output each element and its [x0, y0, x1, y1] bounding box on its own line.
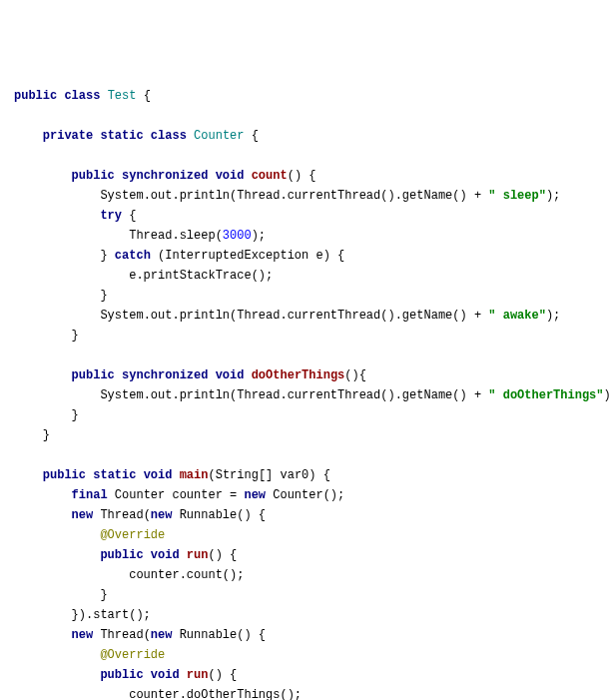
kw-void: void	[151, 668, 180, 682]
parens-brace: () {	[208, 548, 237, 562]
kw-class: class	[64, 89, 100, 103]
kw-synchronized: synchronized	[122, 368, 208, 382]
brace-open: {	[245, 129, 259, 143]
println-call: System.out.println(Thread.currentThread(…	[100, 309, 488, 323]
type-counter: Counter	[194, 129, 244, 143]
main-args: (String[] var0) {	[208, 468, 329, 482]
kw-new: new	[72, 508, 94, 522]
kw-void: void	[144, 468, 173, 482]
println-call: System.out.println(Thread.currentThread(…	[100, 189, 488, 203]
close-anon-start: }).start();	[72, 608, 151, 622]
counter-decl: Counter counter =	[108, 488, 245, 502]
kw-public: public	[100, 668, 143, 682]
parens-brace: () {	[288, 169, 316, 183]
kw-final: final	[72, 488, 108, 502]
kw-synchronized: synchronized	[122, 169, 208, 183]
kw-catch: catch	[115, 249, 151, 263]
kw-public: public	[14, 89, 57, 103]
brace-close: }	[72, 329, 79, 343]
kw-static: static	[100, 129, 143, 143]
counter-count-call: counter.count();	[129, 568, 244, 582]
thread-ctor: Thread(	[93, 508, 151, 522]
brace-close: }	[100, 588, 107, 602]
brace-close: }	[100, 249, 107, 263]
kw-new: new	[151, 628, 173, 642]
method-run: run	[187, 668, 209, 682]
str-awake: " awake"	[488, 309, 546, 323]
thread-sleep-call: Thread.sleep(	[129, 229, 223, 243]
type-test: Test	[108, 89, 137, 103]
close-paren: );	[252, 229, 266, 243]
parens-brace: () {	[208, 668, 237, 682]
catch-args: (InterruptedException e) {	[151, 249, 344, 263]
str-do-other-things: " doOtherThings"	[488, 388, 603, 402]
kw-public: public	[72, 368, 115, 382]
kw-void: void	[216, 169, 245, 183]
kw-new: new	[151, 508, 173, 522]
close-paren: );	[546, 309, 560, 323]
parens-open-brace: (){	[344, 368, 366, 382]
brace-open: {	[136, 89, 150, 103]
code-block: public class Test { private static class…	[14, 86, 598, 700]
counter-ctor: Counter();	[266, 488, 344, 502]
runnable-ctor: Runnable() {	[172, 628, 266, 642]
method-main: main	[180, 468, 209, 482]
method-do-other-things: doOtherThings	[252, 368, 345, 382]
close-paren: );	[546, 189, 560, 203]
override-annotation: @Override	[100, 648, 165, 662]
print-stack-trace: e.printStackTrace();	[129, 269, 273, 283]
kw-static: static	[93, 468, 136, 482]
kw-new: new	[72, 628, 94, 642]
kw-public: public	[43, 468, 86, 482]
override-annotation: @Override	[100, 528, 165, 542]
method-run: run	[187, 548, 209, 562]
brace-close: }	[43, 428, 50, 442]
brace-close: }	[100, 289, 107, 303]
counter-do-other-call: counter.doOtherThings();	[129, 688, 302, 700]
str-sleep: " sleep"	[488, 189, 546, 203]
kw-public: public	[72, 169, 115, 183]
kw-public: public	[100, 548, 143, 562]
brace-open: {	[122, 209, 136, 223]
num-3000: 3000	[223, 229, 252, 243]
kw-new: new	[244, 488, 266, 502]
runnable-ctor: Runnable() {	[172, 508, 266, 522]
kw-class: class	[151, 129, 187, 143]
println-call: System.out.println(Thread.currentThread(…	[100, 388, 488, 402]
kw-void: void	[151, 548, 180, 562]
method-count: count	[252, 169, 288, 183]
close-paren: );	[604, 388, 612, 402]
thread-ctor: Thread(	[93, 628, 151, 642]
brace-close: }	[72, 408, 79, 422]
kw-void: void	[216, 368, 245, 382]
kw-try: try	[100, 209, 122, 223]
kw-private: private	[43, 129, 93, 143]
